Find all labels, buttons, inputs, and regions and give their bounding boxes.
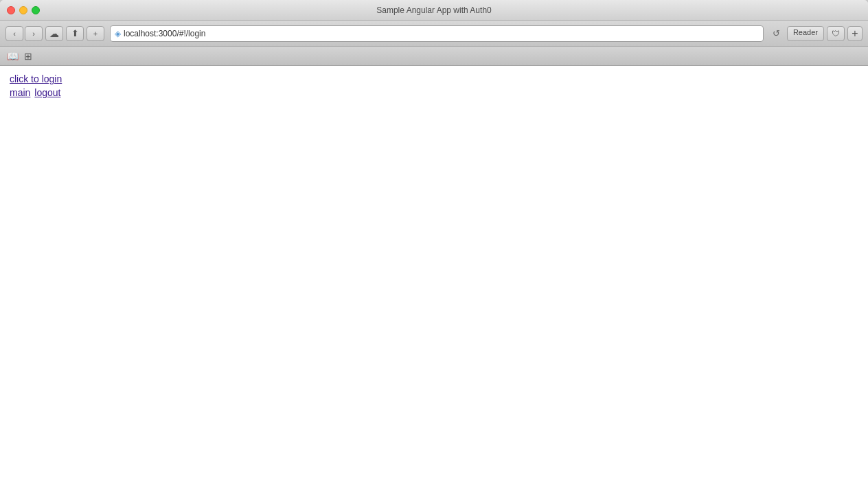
browser-window: Sample Angular App with Auth0 ‹ › ☁ ⬆ + … — [0, 0, 868, 496]
minimize-button[interactable] — [19, 6, 27, 14]
page-content: click to login main logout — [0, 66, 868, 496]
shield-icon: 🛡 — [832, 29, 840, 38]
reader-button[interactable]: Reader — [787, 26, 824, 41]
nav-bar: ‹ › ☁ ⬆ + ◈ localhost:3000/#!/login ↺ Re… — [0, 21, 868, 47]
address-icon: ◈ — [115, 29, 121, 38]
share-icon: ⬆ — [71, 28, 79, 38]
refresh-icon: ↺ — [773, 28, 780, 38]
forward-arrow-icon: › — [32, 29, 35, 38]
new-tab-icon: + — [852, 28, 858, 39]
reader-label: Reader — [793, 28, 818, 36]
title-bar: Sample Angular App with Auth0 — [0, 0, 868, 21]
click-to-login-link[interactable]: click to login — [10, 73, 858, 86]
address-bar[interactable]: ◈ localhost:3000/#!/login — [110, 25, 764, 42]
sidebar-icon[interactable]: 📖 — [7, 51, 19, 62]
main-link[interactable]: main — [10, 86, 30, 100]
forward-button[interactable]: › — [25, 26, 43, 41]
cloud-icon: ☁ — [49, 28, 59, 39]
share-button[interactable]: ⬆ — [66, 26, 84, 41]
url-text: localhost:3000/#!/login — [124, 29, 759, 38]
grid-icon[interactable]: ⊞ — [24, 51, 32, 62]
maximize-button[interactable] — [32, 6, 40, 14]
back-button[interactable]: ‹ — [5, 26, 23, 41]
bookmark-toolbar: 📖 ⊞ — [0, 47, 868, 66]
shield-button[interactable]: 🛡 — [827, 26, 845, 41]
window-controls — [7, 6, 40, 14]
back-arrow-icon: ‹ — [13, 29, 16, 38]
add-tab-button[interactable]: + — [87, 26, 104, 41]
nav-right: 🛡 + — [827, 26, 863, 41]
nav-buttons: ‹ › — [5, 26, 43, 41]
refresh-button[interactable]: ↺ — [769, 26, 784, 41]
cloud-button[interactable]: ☁ — [45, 26, 63, 41]
window-title: Sample Angular App with Auth0 — [376, 5, 491, 15]
add-tab-icon: + — [93, 29, 98, 38]
new-tab-button[interactable]: + — [847, 26, 863, 41]
links-line: main logout — [10, 86, 858, 100]
close-button[interactable] — [7, 6, 15, 14]
logout-link[interactable]: logout — [34, 86, 60, 100]
